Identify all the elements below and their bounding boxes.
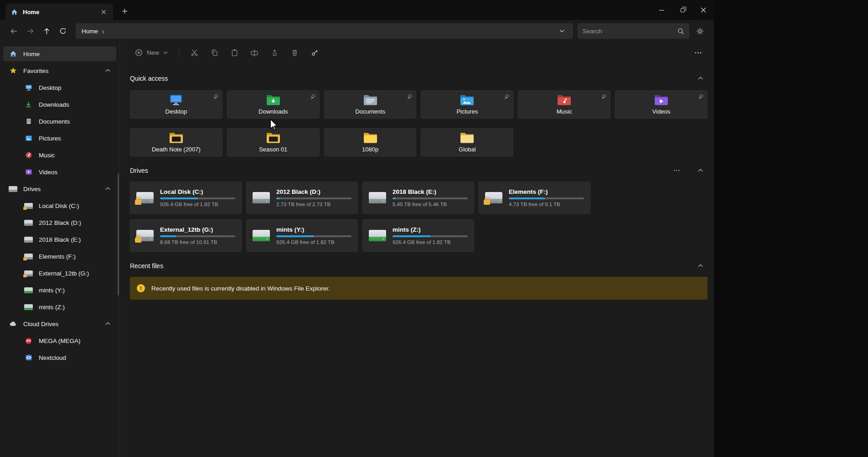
pin-icon — [601, 93, 607, 101]
address-dropdown-button[interactable] — [556, 26, 567, 36]
sidebar-item-label: 2018 Black (E:) — [39, 236, 81, 243]
titlebar: Home — [0, 0, 714, 20]
paste-button[interactable] — [225, 45, 243, 61]
back-button[interactable] — [5, 23, 22, 39]
collapse-drives-button[interactable] — [695, 166, 706, 176]
address-bar[interactable]: Home › — [76, 23, 573, 39]
drive-tile-external-12tb-g[interactable]: External_12tb (G:) 8.68 TB free of 10.91… — [130, 219, 242, 252]
drive-tile-2012-black-d[interactable]: 2012 Black (D:) 2.73 TB free of 2.73 TB — [246, 182, 358, 214]
sidebar-item-home[interactable]: Home — [3, 47, 116, 61]
drive-tile-2018-black-e[interactable]: 2018 Black (E:) 5.45 TB free of 5.46 TB — [362, 182, 474, 214]
drives-more-options-button[interactable] — [671, 166, 682, 176]
media-folder-icon — [266, 132, 281, 144]
sidebar-item-external-12tb-g[interactable]: External_12tb (G:) — [3, 266, 116, 280]
chevron-up-icon[interactable] — [103, 184, 113, 194]
quick-access-tile-1080p[interactable]: 1080p — [324, 128, 417, 156]
collapse-recent-files-button[interactable] — [695, 261, 706, 271]
sidebar-item-mega[interactable]: MEGA (MEGA) — [3, 333, 116, 348]
drive-free-space: 926.4 GB free of 1.82 TB — [393, 239, 468, 245]
close-button[interactable] — [693, 0, 714, 20]
up-button[interactable] — [38, 23, 55, 39]
chevron-down-icon — [163, 51, 168, 54]
forward-button[interactable] — [22, 23, 38, 39]
sidebar-item-label: Pictures — [39, 135, 61, 142]
quick-access-tile-downloads[interactable]: Downloads — [227, 90, 320, 119]
quick-access-tile-season-01[interactable]: Season 01 — [227, 128, 320, 156]
videos-folder-icon — [654, 94, 669, 106]
sidebar-group-cloud-drives[interactable]: Cloud Drives — [3, 317, 116, 331]
drives-grid: Local Disk (C:) 926.4 GB free of 1.82 TB… — [130, 182, 708, 252]
more-options-button[interactable] — [689, 45, 707, 61]
chevron-down-icon — [559, 29, 564, 33]
quick-access-tile-music[interactable]: Music — [518, 90, 610, 119]
sidebar-item-downloads[interactable]: Downloads — [3, 97, 116, 112]
sidebar-item-documents[interactable]: Documents — [3, 114, 116, 129]
tile-label: Death Note (2007) — [152, 146, 201, 153]
quick-access-tile-pictures[interactable]: Pictures — [421, 90, 513, 119]
collapse-quick-access-button[interactable] — [695, 73, 706, 83]
cloud-icon — [9, 320, 17, 328]
drive-free-space: 4.73 TB free of 9.1 TB — [509, 202, 584, 207]
ellipsis-icon — [695, 52, 702, 54]
sidebar-item-mints-y[interactable]: mints (Y:) — [3, 283, 116, 297]
drive-free-space: 2.73 TB free of 2.73 TB — [276, 202, 351, 207]
breadcrumb-home[interactable]: Home — [82, 28, 98, 35]
picture-icon — [24, 135, 33, 142]
share-button[interactable] — [265, 45, 284, 61]
new-button[interactable]: New — [130, 45, 173, 61]
quick-access-tile-desktop[interactable]: Desktop — [130, 90, 222, 119]
rename-button[interactable] — [245, 45, 264, 61]
drive-locked-icon — [24, 270, 33, 277]
delete-button[interactable] — [285, 45, 304, 61]
copy-button[interactable] — [205, 45, 223, 61]
sidebar-item-mints-z[interactable]: mints (Z:) — [3, 300, 116, 314]
chevron-up-icon[interactable] — [103, 319, 113, 329]
sidebar-item-local-disk-c[interactable]: Local Disk (C:) — [3, 198, 116, 213]
sidebar-item-2018-black-e[interactable]: 2018 Black (E:) — [3, 232, 116, 247]
tab-close-icon[interactable] — [98, 7, 108, 17]
drive-tile-mints-z[interactable]: mints (Z:) 926.4 GB free of 1.82 TB — [362, 219, 474, 252]
sidebar-item-elements-f[interactable]: Elements (F:) — [3, 249, 116, 264]
arrow-right-icon — [26, 27, 34, 35]
quick-access-tile-global[interactable]: Global — [421, 128, 513, 156]
refresh-button[interactable] — [55, 23, 71, 39]
trash-icon — [291, 49, 299, 57]
drive-locked-icon — [136, 230, 154, 241]
sidebar-item-music[interactable]: Music — [3, 148, 116, 162]
settings-button[interactable] — [691, 23, 708, 39]
quick-access-tile-videos[interactable]: Videos — [615, 90, 708, 119]
pin-icon — [213, 93, 219, 101]
sidebar-item-label: mints (Y:) — [39, 287, 65, 294]
rename-icon — [250, 49, 258, 57]
sidebar-item-2012-black-d[interactable]: 2012 Black (D:) — [3, 215, 116, 230]
minimize-button[interactable] — [651, 0, 672, 20]
window-controls — [651, 0, 714, 20]
sidebar-item-nextcloud[interactable]: Nextcloud — [3, 350, 116, 365]
drive-locked-icon — [136, 192, 154, 203]
drive-tile-elements-f[interactable]: Elements (F:) 4.73 TB free of 9.1 TB — [479, 182, 590, 214]
window-body: Home Favorites Desktop — [0, 42, 714, 457]
quick-access-tile-death-note[interactable]: Death Note (2007) — [130, 128, 222, 156]
sidebar-item-videos[interactable]: Videos — [3, 165, 116, 179]
sidebar-group-favorites[interactable]: Favorites — [3, 63, 116, 78]
cut-button[interactable] — [185, 45, 203, 61]
quick-access-tile-documents[interactable]: Documents — [324, 90, 417, 119]
maximize-button[interactable] — [672, 0, 693, 20]
sidebar-item-label: Elements (F:) — [39, 253, 76, 260]
chevron-up-icon[interactable] — [103, 66, 113, 76]
drive-free-space: 8.68 TB free of 10.91 TB — [160, 239, 235, 245]
tab-home[interactable]: Home — [5, 4, 113, 20]
refresh-icon — [59, 27, 67, 35]
drive-name: mints (Z:) — [393, 226, 468, 233]
chevron-up-icon — [698, 169, 703, 172]
drive-tile-mints-y[interactable]: mints (Y:) 926.4 GB free of 1.82 TB — [246, 219, 358, 252]
key-button[interactable] — [305, 45, 324, 61]
capacity-bar — [276, 235, 351, 237]
sidebar-scrollbar-thumb[interactable] — [118, 173, 119, 296]
search-input[interactable] — [583, 28, 675, 35]
sidebar-item-pictures[interactable]: Pictures — [3, 131, 116, 145]
drive-tile-local-disk-c[interactable]: Local Disk (C:) 926.4 GB free of 1.82 TB — [130, 182, 242, 214]
new-tab-button[interactable] — [118, 4, 131, 18]
sidebar-item-desktop[interactable]: Desktop — [3, 80, 116, 95]
sidebar-group-drives[interactable]: Drives — [3, 182, 116, 196]
